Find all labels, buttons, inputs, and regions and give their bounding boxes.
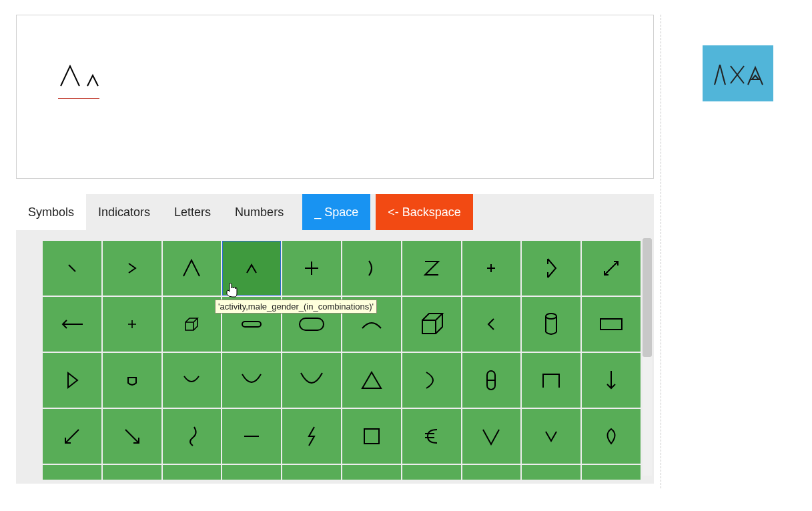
key-arrow-sw[interactable] <box>43 409 101 464</box>
scrollbar[interactable] <box>643 238 652 476</box>
key-grave[interactable] <box>43 241 101 296</box>
svg-rect-3 <box>600 319 622 330</box>
spell-underline <box>58 98 99 99</box>
key-row5-3[interactable] <box>222 465 281 480</box>
key-row5-4[interactable] <box>282 465 341 480</box>
key-row5-8[interactable] <box>522 465 580 480</box>
key-row5-5[interactable] <box>342 465 401 480</box>
key-rangle[interactable] <box>103 241 161 296</box>
key-lightning[interactable] <box>282 409 341 464</box>
key-triangle[interactable] <box>342 353 401 408</box>
key-cup-med[interactable] <box>222 353 281 408</box>
key-bracket[interactable] <box>522 353 580 408</box>
key-row5-2[interactable] <box>163 465 222 480</box>
tab-letters[interactable]: Letters <box>162 194 223 230</box>
composed-symbols <box>58 62 105 89</box>
key-rect[interactable] <box>582 297 641 352</box>
key-diamond[interactable] <box>582 409 641 464</box>
key-row5-0[interactable] <box>43 465 101 480</box>
key-half-circle[interactable] <box>402 353 461 408</box>
key-row5-6[interactable] <box>402 465 461 480</box>
svg-rect-0 <box>242 322 261 327</box>
key-rparen[interactable] <box>342 241 401 296</box>
key-plus-small[interactable] <box>462 241 521 296</box>
key-triangle-right[interactable] <box>43 353 101 408</box>
key-caret-small[interactable] <box>222 241 281 296</box>
scrollbar-thumb[interactable] <box>643 238 652 357</box>
key-rangle-2[interactable] <box>522 241 580 296</box>
key-cube-large[interactable] <box>402 297 461 352</box>
key-vee-small[interactable] <box>522 409 580 464</box>
key-z-sign[interactable] <box>402 241 461 296</box>
key-row5-9[interactable] <box>582 465 641 480</box>
key-arrow-se[interactable] <box>103 409 161 464</box>
key-row5-1[interactable] <box>103 465 161 480</box>
space-button[interactable]: _ Space <box>302 194 370 230</box>
key-hook[interactable] <box>163 409 222 464</box>
svg-rect-4 <box>487 371 495 390</box>
svg-rect-1 <box>300 318 324 330</box>
key-caret-large[interactable] <box>163 241 222 296</box>
key-plus[interactable] <box>282 241 341 296</box>
key-cup-small[interactable] <box>163 353 222 408</box>
tooltip: 'activity,male_gender_(in_combinations)' <box>215 300 377 314</box>
key-row5-7[interactable] <box>462 465 521 480</box>
key-arrow-down[interactable] <box>582 353 641 408</box>
key-euro[interactable] <box>402 409 461 464</box>
key-square[interactable] <box>342 409 401 464</box>
key-cup-large[interactable] <box>282 353 341 408</box>
key-underscore[interactable] <box>222 409 281 464</box>
symbol-grid-container <box>16 230 654 484</box>
key-cube-small[interactable] <box>163 297 222 352</box>
vertical-divider <box>661 15 661 488</box>
svg-point-2 <box>546 314 556 319</box>
key-cylinder[interactable] <box>522 297 580 352</box>
key-teardrop[interactable] <box>103 353 161 408</box>
tab-bar: Symbols Indicators Letters Numbers _ Spa… <box>16 194 654 230</box>
composition-canvas[interactable] <box>16 15 654 179</box>
key-arrow-left[interactable] <box>43 297 101 352</box>
key-arrow-diag-both[interactable] <box>582 241 641 296</box>
tab-indicators[interactable]: Indicators <box>86 194 162 230</box>
key-vee-large[interactable] <box>462 409 521 464</box>
tab-numbers[interactable]: Numbers <box>223 194 296 230</box>
key-plus-tiny[interactable] <box>103 297 161 352</box>
tab-symbols[interactable]: Symbols <box>16 194 86 230</box>
key-capsule[interactable] <box>462 353 521 408</box>
symbol-grid <box>43 230 641 480</box>
svg-rect-7 <box>364 429 379 444</box>
backspace-button[interactable]: <- Backspace <box>376 194 473 230</box>
bliss-panel-button[interactable] <box>703 45 773 101</box>
key-langle[interactable] <box>462 297 521 352</box>
